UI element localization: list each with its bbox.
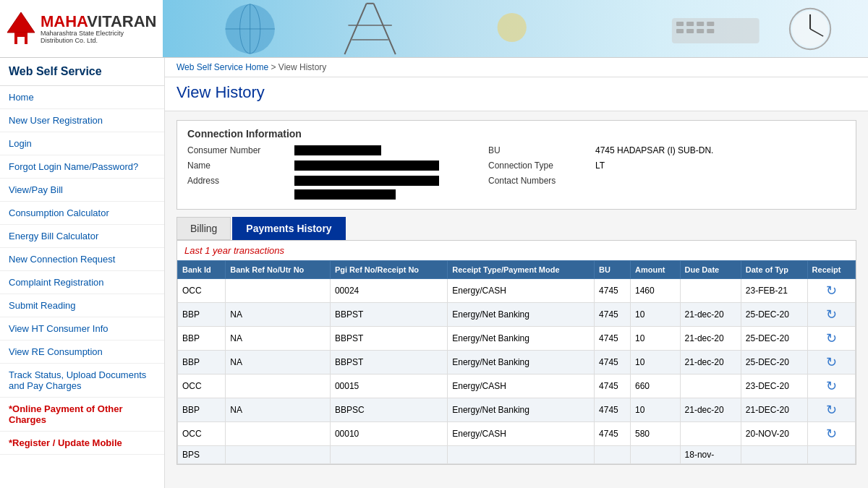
cell-0-7: 23-FEB-21 — [741, 279, 807, 303]
cell-7-receipt — [807, 446, 855, 464]
sidebar-link-login[interactable]: Login — [0, 132, 164, 155]
consumer-number-value — [294, 145, 482, 158]
cell-6-3: Energy/CASH — [448, 422, 595, 446]
col-bank-id: Bank Id — [178, 261, 226, 279]
cell-6-7: 20-NOV-20 — [741, 422, 807, 446]
tabs-bar: Billing Payments History — [176, 217, 856, 240]
breadcrumb-home[interactable]: Web Self Service Home — [176, 62, 268, 72]
sidebar-link-new-user[interactable]: New User Registration — [0, 109, 164, 132]
cell-4-4: 4745 — [595, 374, 631, 398]
breadcrumb-separator: > — [271, 62, 278, 72]
cell-2-5: 10 — [630, 327, 680, 351]
svg-rect-16 — [686, 22, 694, 26]
sidebar-item-forgot[interactable]: Forgot Login Name/Password? — [0, 155, 164, 179]
receipt-download-icon[interactable]: ↻ — [826, 403, 837, 417]
sidebar-link-home[interactable]: Home — [0, 86, 164, 109]
sidebar-link-consumption-calc[interactable]: Consumption Calculator — [0, 202, 164, 225]
sidebar-item-submit-reading[interactable]: Submit Reading — [0, 294, 164, 317]
sidebar-item-new-connection[interactable]: New Connection Request — [0, 248, 164, 271]
cell-7-5 — [630, 446, 680, 464]
cell-4-1 — [226, 374, 331, 398]
sidebar-item-re-consumption[interactable]: View RE Consumption — [0, 341, 164, 364]
svg-rect-2 — [17, 37, 25, 44]
cell-3-1: NA — [226, 351, 331, 374]
cell-0-0: OCC — [178, 279, 226, 303]
contact-numbers-value — [595, 176, 846, 202]
sidebar-link-track-status[interactable]: Track Status, Upload Documents and Pay C… — [0, 364, 164, 398]
sidebar-link-submit-reading[interactable]: Submit Reading — [0, 294, 164, 317]
cell-2-1: NA — [226, 327, 331, 351]
address-label: Address — [187, 176, 289, 202]
table-header-row: Bank Id Bank Ref No/Utr No Pgi Ref No/Re… — [178, 261, 856, 279]
cell-7-2 — [330, 446, 447, 464]
svg-marker-0 — [7, 12, 35, 33]
col-receipt: Receipt — [807, 261, 855, 279]
svg-rect-22 — [707, 29, 714, 33]
name-value — [294, 160, 482, 173]
sidebar-link-view-pay[interactable]: View/Pay Bill — [0, 179, 164, 202]
receipt-download-icon[interactable]: ↻ — [826, 307, 837, 322]
sidebar-link-new-connection[interactable]: New Connection Request — [0, 248, 164, 271]
sidebar-item-online-payment[interactable]: *Online Payment of Other Charges — [0, 398, 164, 432]
logo-icon — [6, 11, 36, 47]
sidebar-link-register-mobile[interactable]: *Register / Update Mobile — [0, 432, 164, 455]
svg-point-13 — [497, 13, 526, 42]
tab-payments-history[interactable]: Payments History — [232, 217, 345, 240]
banner-svg — [163, 0, 868, 57]
cell-2-6: 21-dec-20 — [680, 327, 741, 351]
connection-type-label: Connection Type — [488, 160, 590, 173]
cell-2-7: 25-DEC-20 — [741, 327, 807, 351]
sidebar-link-energy-calc[interactable]: Energy Bill Calculator — [0, 225, 164, 248]
page-title: View History — [176, 83, 856, 102]
sidebar-link-ht-consumer[interactable]: View HT Consumer Info — [0, 317, 164, 341]
receipt-download-icon[interactable]: ↻ — [826, 355, 837, 369]
sidebar-item-view-pay[interactable]: View/Pay Bill — [0, 179, 164, 202]
sidebar-item-register-mobile[interactable]: *Register / Update Mobile — [0, 432, 164, 455]
tab-billing[interactable]: Billing — [176, 217, 231, 240]
table-row: BBPNABBPSTEnergy/Net Banking47451021-dec… — [178, 327, 856, 351]
cell-1-5: 10 — [630, 303, 680, 327]
name-label: Name — [187, 160, 289, 173]
cell-4-5: 660 — [630, 374, 680, 398]
logo-sub2: Distribution Co. Ltd. — [41, 37, 157, 44]
receipt-download-icon[interactable]: ↻ — [826, 283, 837, 298]
sidebar-item-complaint[interactable]: Complaint Registration — [0, 271, 164, 294]
logo-maha: MAHA — [41, 12, 87, 30]
sidebar-item-ht-consumer[interactable]: View HT Consumer Info — [0, 317, 164, 341]
sidebar-item-home[interactable]: Home — [0, 86, 164, 109]
cell-3-2: BBPST — [330, 351, 447, 374]
cell-3-0: BBP — [178, 351, 226, 374]
cell-0-1 — [226, 279, 331, 303]
sidebar-item-login[interactable]: Login — [0, 132, 164, 155]
receipt-download-icon[interactable]: ↻ — [826, 331, 837, 346]
sidebar-link-re-consumption[interactable]: View RE Consumption — [0, 341, 164, 364]
sidebar-link-online-payment[interactable]: *Online Payment of Other Charges — [0, 398, 164, 432]
sidebar-link-forgot[interactable]: Forgot Login Name/Password? — [0, 155, 164, 179]
cell-3-4: 4745 — [595, 351, 631, 374]
logo-area: MAHAVITARAN Maharashtra State Electricit… — [0, 0, 163, 57]
address-redacted-1 — [294, 176, 439, 186]
header-banner — [163, 0, 868, 57]
cell-3-6: 21-dec-20 — [680, 351, 741, 374]
receipt-download-icon[interactable]: ↻ — [826, 379, 837, 393]
col-bank-ref: Bank Ref No/Utr No — [226, 261, 331, 279]
connection-info-title: Connection Information — [187, 128, 846, 140]
sidebar-item-energy-calc[interactable]: Energy Bill Calculator — [0, 225, 164, 248]
table-row: OCC00015Energy/CASH474566023-DEC-20↻ — [178, 374, 856, 398]
page-title-bar: View History — [165, 77, 868, 111]
cell-2-4: 4745 — [595, 327, 631, 351]
cell-0-6 — [680, 279, 741, 303]
cell-3-3: Energy/Net Banking — [448, 351, 595, 374]
sidebar-item-new-user[interactable]: New User Registration — [0, 109, 164, 132]
svg-rect-18 — [707, 22, 714, 26]
receipt-download-icon[interactable]: ↻ — [826, 427, 837, 441]
cell-1-1: NA — [226, 303, 331, 327]
sidebar-item-track-status[interactable]: Track Status, Upload Documents and Pay C… — [0, 364, 164, 398]
transactions-table: Bank Id Bank Ref No/Utr No Pgi Ref No/Re… — [177, 260, 856, 464]
cell-4-3: Energy/CASH — [448, 374, 595, 398]
sidebar-link-complaint[interactable]: Complaint Registration — [0, 271, 164, 294]
sidebar-item-consumption-calc[interactable]: Consumption Calculator — [0, 202, 164, 225]
cell-5-2: BBPSC — [330, 398, 447, 422]
cell-5-receipt: ↻ — [807, 398, 855, 422]
cell-6-receipt: ↻ — [807, 422, 855, 446]
